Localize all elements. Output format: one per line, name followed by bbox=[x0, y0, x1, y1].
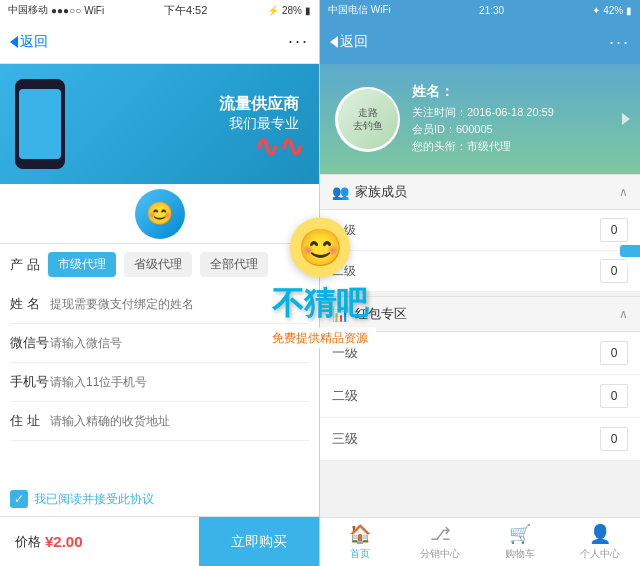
phone-shape bbox=[15, 79, 65, 169]
address-input[interactable] bbox=[50, 414, 309, 428]
redpack-row-2: 二级 0 bbox=[320, 375, 640, 418]
price-section: 价格 ¥2.00 bbox=[0, 533, 199, 551]
redpack-value-1: 0 bbox=[600, 341, 628, 365]
battery-right: 42% bbox=[603, 5, 623, 16]
family-value-box-2: 0 bbox=[600, 259, 628, 283]
status-bar-left: 中国移动 ●●●○○ WiFi 下午4:52 ⚡ 28% ▮ bbox=[0, 0, 319, 20]
family-rows: 一级 0 二级 0 建议 bbox=[320, 210, 640, 292]
tab-province[interactable]: 省级代理 bbox=[124, 252, 192, 277]
redpack-rows: 一级 0 二级 0 三级 0 bbox=[320, 332, 640, 461]
name-label: 姓 名 bbox=[10, 295, 50, 313]
redpack-header-left: 📊 红包专区 bbox=[332, 305, 407, 323]
phone-screen bbox=[19, 89, 61, 159]
banner-left: 流量供应商 我们最专业 ∿∿ bbox=[0, 64, 319, 184]
name-input[interactable] bbox=[50, 297, 309, 311]
product-label: 产 品 bbox=[10, 256, 40, 274]
avatar-text: 走路 去钓鱼 bbox=[353, 106, 383, 132]
profile-follow-time: 关注时间：2016-06-18 20:59 bbox=[412, 105, 554, 120]
redpack-row-3-label: 三级 bbox=[332, 430, 358, 448]
redpack-value-3: 0 bbox=[600, 427, 628, 451]
back-button-left[interactable]: 返回 bbox=[10, 33, 48, 51]
family-row-2-value: 0 bbox=[600, 259, 628, 283]
avatar-section: 😊 bbox=[0, 184, 319, 244]
battery-left: 28% bbox=[282, 5, 302, 16]
family-row-2-label: 二级 bbox=[332, 263, 356, 280]
profile-info: 姓名： 关注时间：2016-06-18 20:59 会员ID：600005 您的… bbox=[412, 83, 554, 156]
back-label-right: 返回 bbox=[340, 33, 368, 51]
form-row-name: 姓 名 bbox=[10, 285, 309, 324]
carrier-right: 中国电信 bbox=[328, 4, 368, 15]
family-collapse-icon[interactable]: ∧ bbox=[619, 185, 628, 199]
back-chevron-right bbox=[330, 36, 338, 48]
profile-nav-arrow bbox=[622, 113, 630, 125]
more-button-right[interactable]: ··· bbox=[609, 32, 630, 53]
wifi-left: WiFi bbox=[84, 5, 104, 16]
redpack-row-1-label: 一级 bbox=[332, 344, 358, 362]
nav-bar-right: 返回 ··· bbox=[320, 20, 640, 64]
side-tag: 建议 bbox=[620, 245, 640, 257]
wechat-label: 微信号 bbox=[10, 334, 50, 352]
profile-icon: 👤 bbox=[589, 523, 611, 545]
profile-name-label: 姓名： bbox=[412, 83, 454, 99]
wifi-right: WiFi bbox=[371, 4, 391, 15]
profile-avatar-inner: 走路 去钓鱼 bbox=[338, 89, 398, 149]
family-row-1-value: 0 bbox=[600, 218, 628, 242]
form-section: 姓 名 微信号 手机号 住 址 bbox=[0, 285, 319, 482]
home-icon: 🏠 bbox=[349, 523, 371, 545]
tab-city[interactable]: 市级代理 bbox=[48, 252, 116, 277]
tab-distribution[interactable]: ⎇ 分销中心 bbox=[400, 523, 480, 561]
status-left-right: 中国电信 WiFi bbox=[328, 3, 391, 17]
battery-icon-left: ▮ bbox=[305, 5, 311, 16]
tab-distribution-label: 分销中心 bbox=[420, 547, 460, 561]
family-value-box-1: 0 bbox=[600, 218, 628, 242]
tab-cart-label: 购物车 bbox=[505, 547, 535, 561]
carrier-left: 中国移动 bbox=[8, 3, 48, 17]
banner-line1: 流量供应商 bbox=[219, 94, 299, 115]
buy-button[interactable]: 立即购买 bbox=[199, 517, 319, 567]
phone-input[interactable] bbox=[50, 375, 309, 389]
redpack-collapse-icon[interactable]: ∧ bbox=[619, 307, 628, 321]
profile-name-row: 姓名： bbox=[412, 83, 554, 101]
back-label-left: 返回 bbox=[20, 33, 48, 51]
form-row-wechat: 微信号 bbox=[10, 324, 309, 363]
signal-left: ●●●○○ bbox=[51, 5, 81, 16]
time-right: 21:30 bbox=[479, 5, 504, 16]
redpack-row-2-label: 二级 bbox=[332, 387, 358, 405]
checkbox-text: 我已阅读并接受此协议 bbox=[34, 491, 154, 508]
form-row-phone: 手机号 bbox=[10, 363, 309, 402]
status-bar-right: 中国电信 WiFi 21:30 ✦ 42% ▮ bbox=[320, 0, 640, 20]
redpack-row-3: 三级 0 bbox=[320, 418, 640, 461]
wechat-input[interactable] bbox=[50, 336, 309, 350]
redpack-icon: 📊 bbox=[332, 306, 349, 322]
battery-charging-icon: ⚡ bbox=[267, 5, 279, 16]
profile-banner: 走路 去钓鱼 姓名： 关注时间：2016-06-18 20:59 会员ID：60… bbox=[320, 64, 640, 174]
phones-container: 中国移动 ●●●○○ WiFi 下午4:52 ⚡ 28% ▮ 返回 ··· bbox=[0, 0, 640, 566]
banner-phone-graphic bbox=[10, 74, 90, 174]
bottom-bar-left: 价格 ¥2.00 立即购买 bbox=[0, 516, 319, 566]
status-right-left: ⚡ 28% ▮ bbox=[267, 5, 311, 16]
profile-avatar: 走路 去钓鱼 bbox=[335, 87, 400, 152]
tab-cart[interactable]: 🛒 购物车 bbox=[480, 523, 560, 561]
redpack-row-1: 一级 0 bbox=[320, 332, 640, 375]
tab-home[interactable]: 🏠 首页 bbox=[320, 523, 400, 561]
tab-profile[interactable]: 👤 个人中心 bbox=[560, 523, 640, 561]
left-phone: 中国移动 ●●●○○ WiFi 下午4:52 ⚡ 28% ▮ 返回 ··· bbox=[0, 0, 320, 566]
tab-all[interactable]: 全部代理 bbox=[200, 252, 268, 277]
back-button-right[interactable]: 返回 bbox=[330, 33, 368, 51]
nav-bar-left: 返回 ··· bbox=[0, 20, 319, 64]
profile-region: 您的头衔：市级代理 bbox=[412, 139, 554, 154]
family-section-header: 👥 家族成员 ∧ bbox=[320, 174, 640, 210]
battery-icon-right: ▮ bbox=[626, 5, 632, 16]
signal-wave-graphic: ∿∿ bbox=[254, 129, 304, 164]
redpack-section-header: 📊 红包专区 ∧ bbox=[320, 296, 640, 332]
tabs-section: 产 品 市级代理 省级代理 全部代理 bbox=[0, 244, 319, 285]
form-row-address: 住 址 bbox=[10, 402, 309, 441]
checkbox-row[interactable]: ✓ 我已阅读并接受此协议 bbox=[0, 482, 319, 516]
tab-profile-label: 个人中心 bbox=[580, 547, 620, 561]
redpack-value-2: 0 bbox=[600, 384, 628, 408]
more-button-left[interactable]: ··· bbox=[288, 31, 309, 52]
family-row-1: 一级 0 bbox=[320, 210, 640, 251]
tab-bar-right: 🏠 首页 ⎇ 分销中心 🛒 购物车 👤 个人中心 bbox=[320, 517, 640, 566]
chevron-right-icon bbox=[622, 113, 630, 125]
family-row-1-label: 一级 bbox=[332, 222, 356, 239]
